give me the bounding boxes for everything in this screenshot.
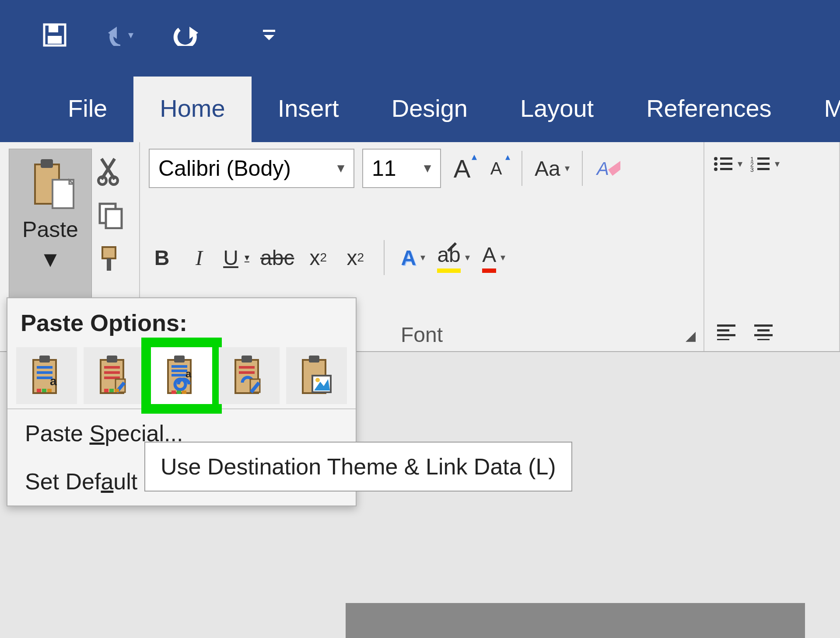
paste-option-link-keep-source-formatting[interactable] bbox=[219, 347, 280, 404]
svg-rect-38 bbox=[757, 339, 770, 340]
svg-rect-33 bbox=[717, 334, 735, 336]
clear-formatting-button[interactable]: A bbox=[595, 153, 621, 184]
bold-button[interactable]: B bbox=[149, 242, 175, 273]
svg-rect-2 bbox=[48, 36, 62, 44]
svg-rect-28 bbox=[757, 163, 770, 165]
text-effects-button[interactable]: A bbox=[400, 242, 426, 273]
paste-option-picture[interactable] bbox=[286, 347, 347, 404]
svg-rect-54 bbox=[104, 389, 108, 392]
quick-access-toolbar: ▾ bbox=[0, 0, 840, 70]
svg-rect-63 bbox=[172, 390, 176, 394]
copy-icon[interactable] bbox=[97, 201, 123, 229]
font-size-select[interactable]: 11 ▼ bbox=[362, 149, 441, 188]
chevron-down-icon: ▼ bbox=[335, 161, 347, 175]
align-center-button[interactable] bbox=[750, 316, 777, 347]
svg-rect-16 bbox=[107, 258, 111, 271]
svg-point-19 bbox=[714, 157, 718, 160]
numbering-button[interactable]: 123 bbox=[750, 149, 780, 179]
tab-insert[interactable]: Insert bbox=[252, 77, 365, 142]
svg-text:A: A bbox=[595, 158, 609, 179]
format-painter-icon[interactable] bbox=[97, 244, 123, 272]
font-dialog-launcher-icon[interactable]: ◢ bbox=[686, 328, 696, 343]
svg-rect-46 bbox=[42, 389, 46, 392]
grow-font-button[interactable]: A▴ bbox=[449, 153, 475, 184]
svg-rect-5 bbox=[263, 30, 275, 32]
svg-rect-64 bbox=[177, 390, 181, 394]
tab-design[interactable]: Design bbox=[365, 77, 494, 142]
svg-point-11 bbox=[98, 177, 106, 185]
paste-option-link-use-destination-theme[interactable]: a bbox=[151, 347, 212, 404]
font-size-value: 11 bbox=[372, 156, 396, 181]
svg-rect-40 bbox=[39, 356, 50, 363]
svg-rect-45 bbox=[37, 389, 41, 392]
svg-rect-59 bbox=[172, 365, 187, 368]
svg-point-21 bbox=[714, 162, 718, 166]
svg-rect-50 bbox=[104, 366, 120, 369]
save-icon[interactable] bbox=[42, 22, 68, 48]
font-color-button[interactable]: A bbox=[481, 242, 507, 273]
svg-rect-26 bbox=[757, 157, 770, 160]
paste-options-title: Paste Options: bbox=[7, 298, 356, 343]
svg-marker-18 bbox=[608, 161, 620, 176]
svg-rect-41 bbox=[37, 366, 52, 369]
highlight-button[interactable]: ab bbox=[437, 242, 469, 273]
svg-point-75 bbox=[315, 378, 320, 382]
strikethrough-button[interactable]: abc bbox=[260, 242, 294, 273]
chevron-down-icon: ▼ bbox=[421, 161, 434, 175]
tab-layout[interactable]: Layout bbox=[494, 77, 620, 142]
svg-rect-34 bbox=[717, 339, 729, 340]
svg-rect-8 bbox=[41, 159, 53, 168]
superscript-button[interactable]: x2 bbox=[342, 242, 368, 273]
svg-rect-31 bbox=[717, 324, 735, 327]
svg-point-23 bbox=[714, 167, 718, 171]
align-left-button[interactable] bbox=[713, 316, 739, 347]
svg-rect-22 bbox=[720, 163, 732, 165]
ribbon-tabs: File Home Insert Design Layout Reference… bbox=[0, 70, 840, 142]
font-name-value: Calibri (Body) bbox=[158, 156, 291, 181]
tab-references[interactable]: References bbox=[620, 77, 798, 142]
svg-rect-32 bbox=[717, 329, 729, 331]
font-name-select[interactable]: Calibri (Body) ▼ bbox=[149, 149, 354, 188]
svg-rect-55 bbox=[109, 389, 114, 392]
tab-home[interactable]: Home bbox=[133, 77, 251, 142]
paste-option-tooltip: Use Destination Theme & Link Data (L) bbox=[144, 442, 572, 492]
redo-icon[interactable] bbox=[173, 22, 199, 48]
qat-customize-icon[interactable] bbox=[256, 22, 282, 48]
document-shadow bbox=[346, 603, 805, 638]
subscript-button[interactable]: x2 bbox=[305, 242, 331, 273]
svg-text:a: a bbox=[186, 368, 192, 380]
svg-rect-58 bbox=[174, 356, 185, 363]
svg-rect-61 bbox=[172, 374, 187, 377]
svg-rect-42 bbox=[37, 371, 52, 374]
svg-rect-1 bbox=[49, 24, 58, 32]
paste-option-use-destination-theme[interactable]: a bbox=[16, 347, 77, 404]
svg-rect-35 bbox=[754, 324, 773, 327]
svg-rect-15 bbox=[102, 247, 116, 258]
cut-icon[interactable] bbox=[97, 155, 123, 186]
svg-rect-51 bbox=[104, 371, 120, 374]
undo-icon[interactable]: ▾ bbox=[107, 22, 133, 48]
svg-rect-69 bbox=[239, 371, 255, 374]
change-case-button[interactable]: Aa bbox=[535, 153, 570, 184]
svg-rect-47 bbox=[47, 389, 52, 392]
tab-file[interactable]: File bbox=[42, 77, 133, 142]
svg-rect-30 bbox=[757, 168, 770, 170]
paste-dropdown-arrow-icon[interactable]: ▼ bbox=[39, 247, 61, 272]
group-paragraph-partial: 123 bbox=[704, 142, 840, 351]
svg-text:3: 3 bbox=[750, 166, 754, 173]
italic-button[interactable]: I bbox=[186, 242, 212, 273]
svg-marker-6 bbox=[264, 35, 274, 40]
svg-rect-20 bbox=[720, 157, 732, 160]
bullets-button[interactable] bbox=[713, 149, 742, 179]
svg-rect-67 bbox=[242, 356, 252, 363]
shrink-font-button[interactable]: A▴ bbox=[483, 153, 509, 184]
svg-rect-14 bbox=[106, 209, 122, 228]
paste-option-keep-source-formatting[interactable] bbox=[84, 347, 144, 404]
svg-rect-56 bbox=[115, 389, 119, 392]
paste-label: Paste bbox=[22, 217, 78, 242]
svg-text:a: a bbox=[50, 374, 57, 388]
underline-button[interactable]: U▾ bbox=[223, 242, 249, 273]
tab-next-partial[interactable]: M bbox=[798, 77, 840, 142]
svg-point-12 bbox=[110, 177, 118, 185]
svg-rect-60 bbox=[172, 370, 187, 372]
